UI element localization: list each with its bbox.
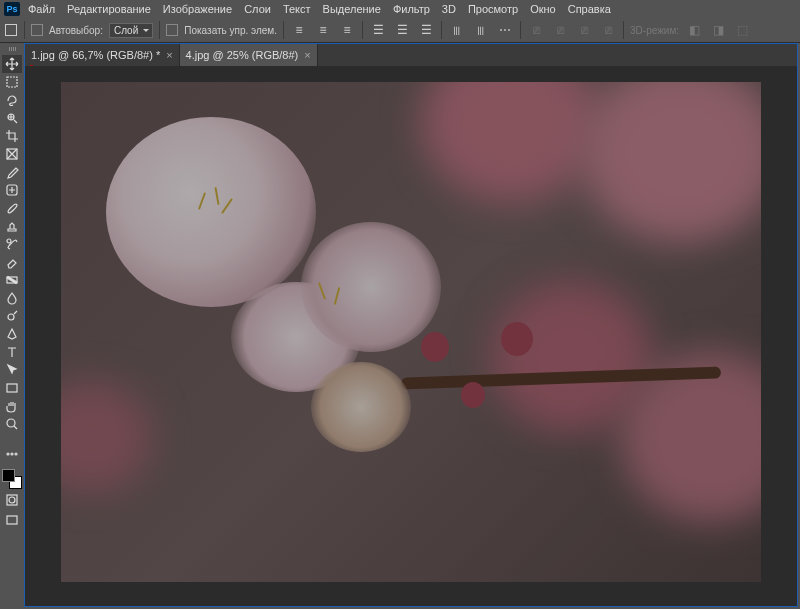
blur-tool[interactable] bbox=[2, 289, 22, 307]
autoselect-checkbox[interactable] bbox=[31, 24, 43, 36]
arrange-2-icon[interactable]: ⎚ bbox=[551, 21, 569, 39]
tab-close-icon[interactable]: × bbox=[304, 49, 310, 61]
quick-mask-button[interactable] bbox=[2, 491, 22, 509]
svg-point-9 bbox=[7, 453, 9, 455]
canvas-area[interactable] bbox=[25, 66, 797, 606]
more-align-icon[interactable]: ⋯ bbox=[496, 21, 514, 39]
menu-3d[interactable]: 3D bbox=[436, 1, 462, 17]
menu-выделение[interactable]: Выделение bbox=[317, 1, 387, 17]
frame-tool[interactable] bbox=[2, 145, 22, 163]
svg-point-4 bbox=[7, 239, 11, 243]
svg-rect-7 bbox=[7, 384, 17, 392]
document-tab-0[interactable]: 1.jpg @ 66,7% (RGB/8#) *× bbox=[25, 44, 180, 66]
mode-2-icon[interactable]: ◨ bbox=[709, 21, 727, 39]
menu-просмотр[interactable]: Просмотр bbox=[462, 1, 524, 17]
mode-3-icon[interactable]: ⬚ bbox=[733, 21, 751, 39]
menu-справка[interactable]: Справка bbox=[562, 1, 617, 17]
align-center-v-icon[interactable]: ☰ bbox=[393, 21, 411, 39]
show-controls-checkbox[interactable] bbox=[166, 24, 178, 36]
menu-текст[interactable]: Текст bbox=[277, 1, 317, 17]
tab-label: 4.jpg @ 25% (RGB/8#) bbox=[186, 49, 299, 61]
eraser-tool[interactable] bbox=[2, 253, 22, 271]
document-tabs: 1.jpg @ 66,7% (RGB/8#) *×4.jpg @ 25% (RG… bbox=[25, 44, 797, 66]
type-tool[interactable] bbox=[2, 343, 22, 361]
app-logo-icon: Ps bbox=[4, 2, 20, 16]
svg-rect-14 bbox=[7, 516, 17, 524]
menu-окно[interactable]: Окно bbox=[524, 1, 562, 17]
eyedropper-tool[interactable] bbox=[2, 163, 22, 181]
document-tab-1[interactable]: 4.jpg @ 25% (RGB/8#)× bbox=[180, 44, 318, 66]
svg-rect-0 bbox=[7, 77, 17, 87]
arrange-4-icon[interactable]: ⎚ bbox=[599, 21, 617, 39]
svg-point-10 bbox=[11, 453, 13, 455]
tab-label: 1.jpg @ 66,7% (RGB/8#) * bbox=[31, 49, 160, 61]
history-brush-tool[interactable] bbox=[2, 235, 22, 253]
menu-изображение[interactable]: Изображение bbox=[157, 1, 238, 17]
dodge-tool[interactable] bbox=[2, 307, 22, 325]
lasso-tool[interactable] bbox=[2, 91, 22, 109]
dist-h-icon[interactable]: ⫼ bbox=[448, 21, 466, 39]
tab-close-icon[interactable]: × bbox=[166, 49, 172, 61]
document-canvas[interactable] bbox=[61, 82, 761, 582]
align-right-icon[interactable]: ≡ bbox=[338, 21, 356, 39]
menu-слои[interactable]: Слои bbox=[238, 1, 277, 17]
pen-tool[interactable] bbox=[2, 325, 22, 343]
panel-grip-icon[interactable] bbox=[3, 47, 21, 53]
edit-toolbar-button[interactable] bbox=[2, 445, 22, 463]
gradient-tool[interactable] bbox=[2, 271, 22, 289]
move-tool-icon bbox=[4, 23, 18, 37]
menu-bar: Ps ФайлРедактированиеИзображениеСлоиТекс… bbox=[0, 0, 800, 18]
quick-select-tool[interactable] bbox=[2, 109, 22, 127]
color-swatches[interactable] bbox=[2, 469, 22, 489]
align-bottom-icon[interactable]: ☰ bbox=[417, 21, 435, 39]
clone-stamp-tool[interactable] bbox=[2, 217, 22, 235]
align-center-h-icon[interactable]: ≡ bbox=[314, 21, 332, 39]
mode-1-icon[interactable]: ◧ bbox=[685, 21, 703, 39]
move-tool[interactable] bbox=[2, 55, 22, 73]
options-bar: Автовыбор: Слой Показать упр. элем. ≡ ≡ … bbox=[0, 18, 800, 43]
healing-brush-tool[interactable] bbox=[2, 181, 22, 199]
menu-редактирование[interactable]: Редактирование bbox=[61, 1, 157, 17]
marquee-tool[interactable] bbox=[2, 73, 22, 91]
align-left-icon[interactable]: ≡ bbox=[290, 21, 308, 39]
svg-point-13 bbox=[9, 497, 15, 503]
mode-label: 3D-режим: bbox=[630, 25, 679, 36]
screen-mode-button[interactable] bbox=[2, 511, 22, 529]
layer-select[interactable]: Слой bbox=[109, 23, 153, 38]
menu-фильтр[interactable]: Фильтр bbox=[387, 1, 436, 17]
tools-panel bbox=[0, 43, 24, 607]
align-top-icon[interactable]: ☰ bbox=[369, 21, 387, 39]
svg-point-11 bbox=[15, 453, 17, 455]
hand-tool[interactable] bbox=[2, 397, 22, 415]
menu-файл[interactable]: Файл bbox=[22, 1, 61, 17]
work-area: 1.jpg @ 66,7% (RGB/8#) *×4.jpg @ 25% (RG… bbox=[24, 43, 798, 607]
arrange-3-icon[interactable]: ⎚ bbox=[575, 21, 593, 39]
zoom-tool[interactable] bbox=[2, 415, 22, 433]
path-select-tool[interactable] bbox=[2, 361, 22, 379]
crop-tool[interactable] bbox=[2, 127, 22, 145]
brush-tool[interactable] bbox=[2, 199, 22, 217]
autoselect-label: Автовыбор: bbox=[49, 25, 103, 36]
svg-point-8 bbox=[7, 419, 15, 427]
arrange-1-icon[interactable]: ⎚ bbox=[527, 21, 545, 39]
rectangle-tool[interactable] bbox=[2, 379, 22, 397]
show-controls-label: Показать упр. элем. bbox=[184, 25, 277, 36]
svg-point-6 bbox=[8, 314, 14, 320]
dist-v-icon[interactable]: ⫼ bbox=[472, 21, 490, 39]
